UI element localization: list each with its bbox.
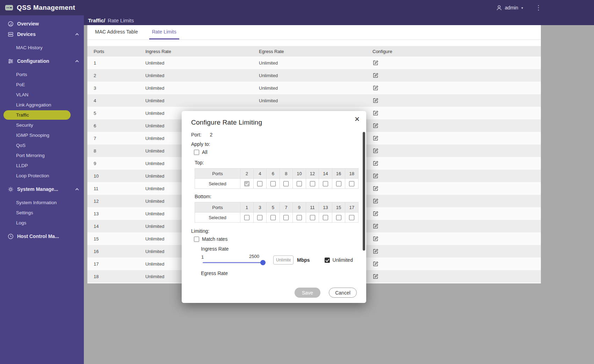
sidebar-item-overview[interactable]: Overview	[0, 18, 84, 29]
port-checkbox-cell	[345, 213, 358, 223]
port-checkbox-12[interactable]	[310, 181, 315, 186]
port-number: 4	[253, 169, 267, 179]
tab-mac-address-table[interactable]: MAC Address Table	[92, 25, 141, 39]
edit-icon[interactable]	[372, 160, 379, 166]
sidebar-item-security[interactable]: Security	[0, 120, 84, 130]
sidebar-item-devices[interactable]: Devices	[0, 29, 84, 39]
edit-icon[interactable]	[372, 148, 379, 154]
edit-icon[interactable]	[372, 198, 379, 204]
port-checkbox-3[interactable]	[257, 215, 262, 220]
cell-configure	[366, 220, 541, 232]
port-checkbox-7[interactable]	[283, 215, 289, 220]
column-header-ingress-rate: Ingress Rate	[139, 46, 253, 57]
sidebar-item-loop-protection[interactable]: Loop Protection	[0, 171, 84, 181]
port-checkbox-16[interactable]	[336, 181, 341, 186]
sidebar-item-logs[interactable]: Logs	[0, 218, 84, 228]
unlimited-checkbox[interactable]	[325, 258, 330, 263]
sidebar-item-vlan[interactable]: VLAN	[0, 90, 84, 100]
sidebar-item-host-control-ma[interactable]: Host Control Ma...	[0, 231, 84, 242]
tab-rate-limits[interactable]: Rate Limits	[149, 25, 179, 39]
slider-track[interactable]	[203, 262, 263, 263]
apply-to-label: Apply to:	[191, 141, 356, 147]
cell-port: 6	[87, 119, 139, 132]
modal-body: Port: 2 Apply to: All Top: Ports24681012…	[182, 126, 366, 276]
port-checkbox-14[interactable]	[323, 181, 328, 186]
edit-icon[interactable]	[372, 273, 379, 280]
slider-min-label: 1	[201, 254, 204, 260]
edit-icon[interactable]	[372, 97, 379, 104]
port-checkbox-cell	[319, 179, 332, 189]
cell-egress: Unlimited	[253, 69, 366, 82]
edit-icon[interactable]	[372, 223, 379, 229]
chevron-down-icon[interactable]: ▾	[521, 6, 523, 10]
edit-icon[interactable]	[372, 72, 379, 79]
port-checkbox-18[interactable]	[349, 181, 354, 186]
sidebar-item-label: Port Mirroring	[16, 153, 45, 158]
sidebar-item-qos[interactable]: QoS	[0, 140, 84, 150]
sidebar-item-port-mirroring[interactable]: Port Mirroring	[0, 150, 84, 161]
sidebar-item-label: Logs	[16, 220, 26, 225]
breadcrumb-section[interactable]: Traffic/	[88, 17, 105, 23]
cell-configure	[366, 245, 541, 258]
sidebar-item-label: System Information	[16, 200, 57, 205]
edit-icon[interactable]	[372, 110, 379, 116]
close-icon[interactable]: ✕	[354, 116, 360, 122]
configure-rate-limiting-modal: Configure Rate Limiting ✕ Port: 2 Apply …	[182, 111, 366, 303]
port-checkbox-15[interactable]	[336, 215, 341, 220]
sidebar-item-label: Settings	[16, 210, 33, 215]
all-checkbox-label: All	[202, 149, 208, 155]
all-checkbox[interactable]	[194, 150, 199, 155]
sidebar-item-poe[interactable]: PoE	[0, 80, 84, 90]
sidebar-item-settings[interactable]: Settings	[0, 208, 84, 218]
sidebar-item-lldp[interactable]: LLDP	[0, 161, 84, 171]
slider-handle[interactable]	[260, 260, 266, 265]
edit-icon[interactable]	[372, 248, 379, 254]
edit-icon[interactable]	[372, 236, 379, 242]
edit-icon[interactable]	[372, 60, 379, 66]
table-row: 1UnlimitedUnlimited	[87, 57, 541, 69]
ingress-rate-controls: 1 2500 Mbps Unlimited	[203, 252, 356, 268]
cell-ingress: Unlimited	[139, 94, 253, 107]
port-value: 2	[210, 132, 212, 138]
cancel-button[interactable]: Cancel	[329, 288, 357, 298]
edit-icon[interactable]	[372, 185, 379, 192]
sidebar-item-igmp-snooping[interactable]: IGMP Snooping	[0, 130, 84, 140]
sidebar-item-system-manage[interactable]: System Manage...	[0, 184, 84, 194]
port-checkbox-4[interactable]	[257, 181, 262, 186]
sidebar-item-traffic[interactable]: Traffic	[3, 110, 71, 120]
port-number: 12	[306, 169, 319, 179]
cell-port: 16	[87, 245, 139, 258]
edit-icon[interactable]	[372, 261, 379, 267]
user-name[interactable]: admin	[505, 5, 518, 10]
port-checkbox-5[interactable]	[270, 215, 276, 220]
sidebar-item-system-information[interactable]: System Information	[0, 198, 84, 208]
port-checkbox-9[interactable]	[297, 215, 302, 220]
port-checkbox-17[interactable]	[349, 215, 354, 220]
port-checkbox-13[interactable]	[323, 215, 328, 220]
sidebar-item-ports[interactable]: Ports	[0, 69, 84, 80]
port-checkbox-8[interactable]	[283, 181, 289, 186]
port-checkbox-cell	[332, 213, 345, 223]
egress-rate-label: Egress Rate	[201, 270, 356, 276]
cell-configure	[366, 182, 541, 195]
port-checkbox-6[interactable]	[270, 181, 276, 186]
modal-scrollbar[interactable]	[363, 132, 365, 251]
port-checkbox-1[interactable]	[244, 215, 249, 220]
sidebar-item-link-aggregation[interactable]: Link Aggregation	[0, 100, 84, 110]
table-head: PortsIngress RateEgress RateConfigure	[87, 46, 541, 57]
sidebar-item-configuration[interactable]: Configuration	[0, 56, 84, 66]
kebab-menu-icon[interactable]: ⋮	[535, 4, 542, 12]
edit-icon[interactable]	[372, 210, 379, 217]
sidebar-item-mac-history[interactable]: MAC History	[0, 43, 84, 53]
port-checkbox-10[interactable]	[297, 181, 302, 186]
edit-icon[interactable]	[372, 135, 379, 141]
edit-icon[interactable]	[372, 122, 379, 129]
save-button[interactable]: Save	[295, 288, 320, 298]
rate-value-input[interactable]	[273, 255, 294, 265]
devices-icon	[8, 31, 14, 37]
port-checkbox-11[interactable]	[310, 215, 315, 220]
edit-icon[interactable]	[372, 85, 379, 91]
edit-icon[interactable]	[372, 173, 379, 179]
match-rates-checkbox[interactable]	[194, 237, 199, 242]
port-checkbox-2[interactable]	[244, 181, 249, 186]
